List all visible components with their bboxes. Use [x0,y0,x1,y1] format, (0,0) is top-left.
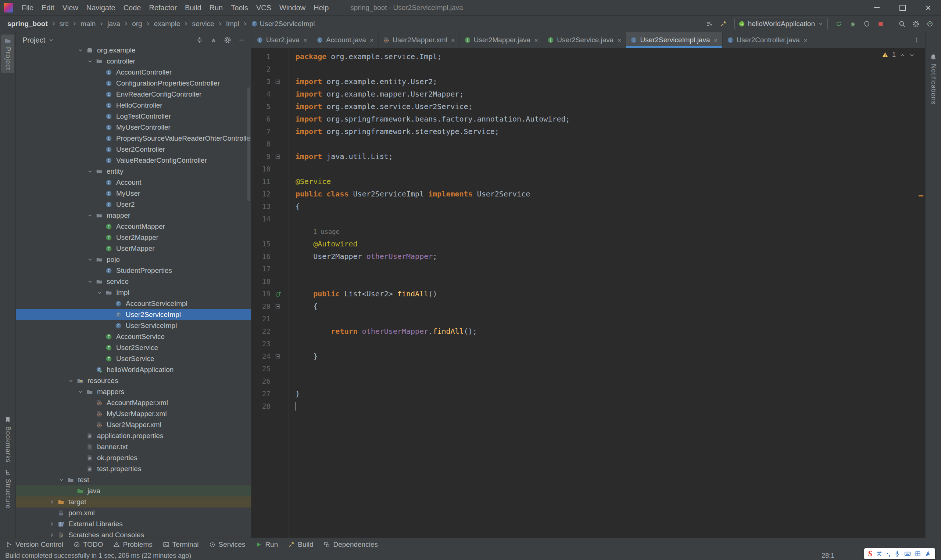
tree-item-mappers[interactable]: mappers [16,386,251,397]
chevron-right-icon[interactable] [48,532,56,538]
tab-user2serviceimpl-java[interactable]: CUser2ServiceImpl.java× [626,32,722,48]
tree-item-test-properties[interactable]: test.properties [16,463,251,474]
coverage-button[interactable] [861,18,873,30]
menu-navigate[interactable]: Navigate [82,4,119,12]
tree-item-scratches-and-consoles[interactable]: Scratches and Consoles [16,529,251,538]
tree-item-accountcontroller[interactable]: CAccountController [16,67,251,78]
tree-item-account[interactable]: CAccount [16,177,251,188]
fold-icon[interactable] [275,354,281,359]
tree-item-user2[interactable]: CUser2 [16,199,251,210]
toolbox-icon[interactable] [925,551,932,557]
view-mode-button[interactable] [703,18,715,30]
run-configuration-combo[interactable]: helloWorldApplication [734,18,828,30]
code-text[interactable]: 1 usage [293,225,339,238]
settings-gear-button[interactable] [910,18,922,30]
scrollbar-warning-mark[interactable] [919,195,923,197]
tree-item-userserviceimpl[interactable]: CUserServiceImpl [16,320,251,331]
code-text[interactable] [293,163,296,175]
microphone-icon[interactable] [894,551,901,557]
tree-item-mapper[interactable]: mapper [16,210,251,221]
code-text[interactable] [293,375,296,388]
code-text[interactable] [293,63,296,75]
chevron-down-icon[interactable] [57,477,66,483]
stripe-button-bookmarks[interactable]: Bookmarks [1,413,14,466]
tree-item-banner-txt[interactable]: banner.txt [16,442,251,452]
tree-item-service[interactable]: service [16,276,251,287]
code-text[interactable]: User2Mapper otherUserMapper; [293,250,437,263]
code-text[interactable]: return otherUserMapper.findAll(); [293,325,477,337]
tab-options-button[interactable] [908,32,925,48]
tree-item-entity[interactable]: entity [16,166,251,177]
tree-item-myuser[interactable]: CMyUser [16,188,251,199]
fold-icon[interactable] [275,79,281,85]
profiler-button[interactable] [924,18,936,30]
close-button[interactable]: × [915,0,941,15]
tree-item-java[interactable]: java [16,485,251,497]
tab-user2controller-java[interactable]: CUser2Controller.java× [723,32,812,48]
toolwindow-button-services[interactable]: Services [209,540,245,549]
tab-close-icon[interactable]: × [534,37,538,44]
toolwindow-button-terminal[interactable]: Terminal [163,540,199,549]
breadcrumb-item-main[interactable]: main [79,19,97,29]
code-text[interactable] [293,400,296,412]
stop-button[interactable] [875,18,887,30]
tree-item-impl[interactable]: Impl [16,287,251,298]
tree-item-accountservice[interactable]: IAccountService [16,331,251,342]
tab-user2-java[interactable]: CUser2.java× [252,32,312,48]
breadcrumb-item-src[interactable]: src [58,19,70,29]
menu-edit[interactable]: Edit [37,4,58,12]
tab-user2service-java[interactable]: IUser2Service.java× [543,32,626,48]
code-text[interactable]: @Autowired [293,238,358,250]
code-text[interactable]: import org.example.mapper.User2Mapper; [293,88,464,100]
code-text[interactable]: @Service [293,175,331,188]
menu-run[interactable]: Run [205,4,227,12]
project-view-title[interactable]: Project [22,36,45,45]
fold-icon[interactable] [275,304,281,309]
build-hammer-button[interactable] [717,18,729,30]
toolwindow-button-dependencies[interactable]: Dependencies [324,540,378,549]
tree-item-application-properties[interactable]: application.properties [16,430,251,442]
chevron-down-icon[interactable] [95,290,104,295]
code-text[interactable] [293,263,296,275]
code-text[interactable] [293,337,296,350]
tree-item-resources[interactable]: resources [16,375,251,386]
code-text[interactable]: { [293,200,300,212]
tree-item-target[interactable]: target [16,497,251,508]
code-text[interactable] [293,275,296,288]
soft-keyboard-icon[interactable] [904,551,911,557]
menu-vcs[interactable]: VCS [252,4,275,12]
code-text[interactable] [293,362,296,375]
toolwindow-button-run[interactable]: Run [256,540,278,549]
tab-close-icon[interactable]: × [714,37,718,44]
chevron-down-icon[interactable] [86,58,94,64]
tab-close-icon[interactable]: × [303,37,307,44]
caret-position-widget[interactable]: 28:1 [822,552,835,560]
project-tree-scrollbar[interactable] [247,88,250,201]
code-text[interactable]: import org.example.entity.User2; [293,75,437,88]
tree-item-envreaderconfigcontroller[interactable]: CEnvReaderConfigController [16,89,251,100]
tree-item-logtestcontroller[interactable]: CLogTestController [16,111,251,122]
rerun-button[interactable] [833,18,845,30]
fold-icon[interactable] [275,154,281,159]
menu-code[interactable]: Code [119,4,145,12]
code-text[interactable]: } [293,388,300,400]
tree-item-user2serviceimpl[interactable]: CUser2ServiceImpl [16,309,251,320]
locate-button[interactable] [194,35,205,45]
menu-refactor[interactable]: Refactor [145,4,181,12]
breadcrumb-item-spring-boot[interactable]: spring_boot [6,19,49,29]
tree-item-configurationpropertiescontroller[interactable]: CConfigurationPropertiesController [16,78,251,89]
code-text[interactable]: import java.util.List; [293,150,393,163]
chevron-right-icon[interactable] [48,521,56,527]
code-text[interactable]: import org.example.service.User2Service; [293,100,473,113]
stripe-button-notifications[interactable]: Notifications [927,51,940,108]
toolwindow-button-version-control[interactable]: Version Control [6,540,63,549]
code-text[interactable]: { [293,300,318,312]
search-everywhere-button[interactable] [896,18,908,30]
toolwindow-button-build[interactable]: Build [288,540,313,549]
tree-item-propertysourcevaluereaderohtercontroller[interactable]: CPropertySourceValueReaderOhterControlle… [16,133,251,144]
hide-panel-button[interactable] [236,35,247,45]
next-problem-icon[interactable] [909,52,915,58]
code-text[interactable]: } [293,350,318,362]
menu-help[interactable]: Help [310,4,333,12]
tree-item-controller[interactable]: controller [16,56,251,67]
